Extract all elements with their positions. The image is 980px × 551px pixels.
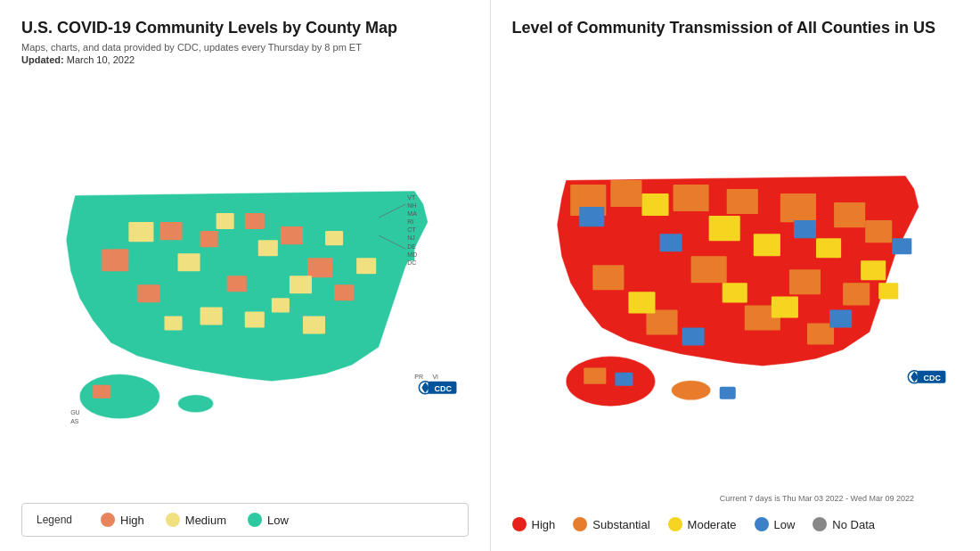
svg-rect-54: [690, 257, 726, 284]
svg-rect-72: [892, 239, 911, 255]
svg-rect-17: [200, 308, 223, 325]
svg-rect-10: [178, 254, 200, 272]
left-map-svg: VT NH MA RI CT NJ DE MD DC GU AS PR VI C…: [21, 74, 469, 496]
svg-text:GU: GU: [70, 409, 80, 415]
svg-rect-50: [780, 193, 815, 222]
svg-rect-53: [592, 266, 624, 291]
legend-title-label: Legend: [37, 514, 72, 526]
svg-rect-49: [726, 189, 757, 214]
left-map-container: VT NH MA RI CT NJ DE MD DC GU AS PR VI C…: [21, 74, 469, 496]
svg-rect-13: [290, 276, 312, 294]
svg-rect-19: [272, 299, 290, 313]
svg-rect-7: [137, 285, 159, 303]
moderate-dot: [668, 517, 682, 531]
svg-text:DC: DC: [407, 260, 416, 267]
svg-text:VI: VI: [432, 374, 438, 380]
right-legend-moderate: Moderate: [668, 517, 737, 531]
svg-text:CDC: CDC: [434, 384, 452, 393]
right-high-dot: [512, 517, 527, 531]
svg-rect-22: [370, 218, 389, 234]
svg-point-36: [79, 374, 159, 419]
right-map-svg: CDC: [512, 44, 960, 505]
right-panel: Level of Community Transmission of All C…: [491, 0, 981, 551]
low-dot: [248, 513, 262, 527]
high-dot: [101, 513, 115, 527]
svg-text:PR: PR: [414, 374, 423, 380]
svg-rect-63: [816, 239, 841, 259]
svg-rect-51: [834, 202, 865, 227]
svg-rect-24: [110, 303, 133, 321]
svg-rect-65: [722, 284, 747, 303]
svg-rect-2: [200, 232, 218, 248]
svg-rect-56: [843, 284, 870, 306]
svg-text:CDC: CDC: [923, 374, 941, 382]
svg-rect-60: [641, 193, 668, 216]
svg-rect-8: [227, 276, 247, 292]
medium-dot: [166, 513, 180, 527]
right-timestamp: Current 7 days is Thu Mar 03 2022 - Wed …: [720, 494, 914, 503]
svg-text:MD: MD: [407, 252, 417, 259]
legend-item-low: Low: [248, 513, 289, 527]
medium-label: Medium: [185, 514, 226, 527]
legend-item-medium: Medium: [166, 513, 226, 527]
svg-rect-11: [216, 213, 234, 229]
svg-rect-73: [682, 328, 704, 346]
svg-rect-14: [325, 232, 343, 246]
svg-rect-70: [659, 234, 682, 252]
right-low-label: Low: [774, 518, 796, 531]
svg-text:NJ: NJ: [407, 235, 415, 242]
right-map-container: CDC Current 7 days is Thu Mar 03 2022 - …: [512, 44, 960, 505]
substantial-label: Substantial: [592, 518, 649, 531]
svg-rect-55: [788, 270, 820, 295]
left-legend: Legend High Medium Low: [21, 503, 469, 537]
svg-rect-77: [615, 373, 633, 386]
svg-point-38: [178, 395, 214, 413]
svg-rect-4: [281, 227, 303, 245]
high-label: High: [120, 514, 144, 527]
left-subtitle: Maps, charts, and data provided by CDC, …: [21, 42, 469, 53]
svg-text:MA: MA: [407, 210, 417, 217]
svg-rect-66: [771, 297, 797, 318]
svg-rect-61: [708, 217, 739, 242]
svg-rect-21: [88, 227, 115, 250]
nodata-dot: [813, 517, 827, 531]
svg-rect-15: [356, 259, 376, 275]
svg-rect-76: [584, 368, 606, 384]
svg-text:AS: AS: [70, 418, 79, 424]
svg-rect-18: [245, 312, 265, 328]
low-label: Low: [267, 514, 289, 527]
right-legend-high: High: [512, 517, 556, 531]
svg-text:RI: RI: [407, 218, 413, 225]
svg-rect-5: [307, 259, 332, 278]
svg-rect-0: [102, 250, 128, 272]
substantial-dot: [573, 517, 587, 531]
left-updated: Updated: March 10, 2022: [21, 54, 469, 65]
svg-text:VT: VT: [407, 194, 416, 201]
svg-rect-1: [159, 222, 182, 240]
svg-rect-74: [829, 310, 852, 328]
right-low-dot: [755, 517, 769, 531]
svg-rect-6: [334, 285, 354, 301]
left-panel: U.S. COVID-19 Community Levels by County…: [0, 0, 491, 551]
svg-rect-16: [164, 317, 182, 331]
svg-rect-57: [646, 310, 677, 335]
svg-rect-52: [865, 221, 892, 243]
svg-text:CT: CT: [407, 227, 416, 234]
svg-point-78: [671, 381, 710, 400]
right-legend-low: Low: [755, 517, 796, 531]
legend-item-high: High: [101, 513, 144, 527]
svg-rect-12: [258, 241, 278, 257]
right-high-label: High: [532, 518, 556, 531]
svg-text:NH: NH: [407, 202, 416, 209]
right-legend-substantial: Substantial: [573, 517, 649, 531]
nodata-label: No Data: [832, 518, 875, 531]
right-legend: High Substantial Moderate Low No Data: [512, 512, 960, 537]
svg-text:DE: DE: [407, 244, 416, 251]
svg-rect-47: [610, 180, 641, 207]
moderate-label: Moderate: [688, 518, 737, 531]
svg-rect-9: [128, 222, 153, 242]
svg-point-75: [566, 357, 655, 407]
svg-rect-79: [719, 387, 735, 399]
svg-rect-3: [245, 213, 265, 229]
svg-rect-67: [861, 261, 886, 281]
